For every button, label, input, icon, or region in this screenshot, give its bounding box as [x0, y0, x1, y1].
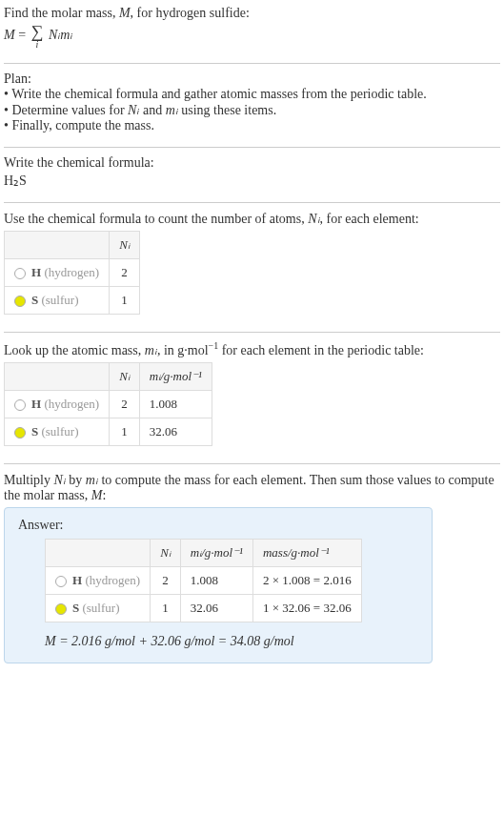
- divider: [4, 147, 500, 148]
- plan-bullet-2: • Determine values for Nᵢ and mᵢ using t…: [4, 102, 500, 118]
- empty-header: [5, 362, 110, 390]
- empty-header: [46, 539, 151, 566]
- eq-term: Nᵢmᵢ: [49, 28, 72, 42]
- divider: [4, 463, 500, 464]
- formula-value: H₂S: [4, 173, 500, 189]
- sigma-icon: ∑i: [31, 23, 44, 50]
- divider: [4, 332, 500, 333]
- count-title: Use the chemical formula to count the nu…: [4, 211, 500, 227]
- table-header-row: Nᵢ mᵢ/g·mol⁻¹ mass/g·mol⁻¹: [46, 539, 362, 566]
- cell-n: 1: [110, 287, 140, 315]
- sulfur-icon: [14, 424, 31, 439]
- var-M: M: [119, 6, 131, 20]
- plan-section: Plan: • Write the chemical formula and g…: [4, 70, 500, 141]
- multiply-section: Multiply Nᵢ by mᵢ to compute the mass fo…: [4, 470, 500, 671]
- lookup-title: Look up the atomic mass, mᵢ, in g·mol−1 …: [4, 340, 500, 358]
- answer-box: Answer: Nᵢ mᵢ/g·mol⁻¹ mass/g·mol⁻¹ H (hy…: [4, 507, 433, 663]
- table-row: H (hydrogen) 2: [5, 259, 140, 287]
- divider: [4, 202, 500, 203]
- cell-n: 2: [110, 259, 140, 287]
- lookup-table: Nᵢ mᵢ/g·mol⁻¹ H (hydrogen) 2 1.008 S (su…: [4, 362, 212, 446]
- intro-text2: , for hydrogen sulfide:: [131, 6, 250, 20]
- empty-header: [5, 232, 110, 259]
- plan-bullet-1: • Write the chemical formula and gather …: [4, 87, 500, 102]
- table-row: H (hydrogen) 2 1.008 2 × 1.008 = 2.016: [46, 566, 362, 594]
- hydrogen-icon: [14, 397, 31, 411]
- formula-title: Write the chemical formula:: [4, 155, 500, 171]
- plan-title: Plan:: [4, 71, 500, 87]
- header-mass: mass/g·mol⁻¹: [252, 539, 361, 566]
- eq-M: M: [4, 28, 15, 42]
- header-n: Nᵢ: [110, 362, 140, 390]
- formula-section: Write the chemical formula: H₂S: [4, 153, 500, 196]
- count-section: Use the chemical formula to count the nu…: [4, 209, 500, 326]
- plan-bullet-3: • Finally, compute the mass.: [4, 118, 500, 133]
- header-m: mᵢ/g·mol⁻¹: [139, 362, 212, 390]
- multiply-title: Multiply Nᵢ by mᵢ to compute the mass fo…: [4, 472, 500, 503]
- answer-table: Nᵢ mᵢ/g·mol⁻¹ mass/g·mol⁻¹ H (hydrogen) …: [45, 539, 362, 622]
- intro-text: Find the molar mass,: [4, 6, 119, 20]
- table-header-row: Nᵢ: [5, 232, 140, 259]
- divider: [4, 63, 500, 64]
- sulfur-icon: [55, 601, 72, 615]
- eq-eq: =: [15, 28, 30, 42]
- table-row: S (sulfur) 1: [5, 287, 140, 315]
- header-m: mᵢ/g·mol⁻¹: [180, 539, 252, 566]
- hydrogen-icon: [55, 573, 72, 587]
- hydrogen-icon: [14, 265, 31, 279]
- table-row: S (sulfur) 1 32.06 1 × 32.06 = 32.06: [46, 594, 362, 622]
- count-table: Nᵢ H (hydrogen) 2 S (sulfur) 1: [4, 231, 140, 315]
- sulfur-icon: [14, 293, 31, 307]
- intro-line: Find the molar mass, M, for hydrogen sul…: [4, 6, 500, 21]
- header-n: Nᵢ: [151, 539, 181, 566]
- table-row: H (hydrogen) 2 1.008: [5, 390, 212, 418]
- header-n: Nᵢ: [110, 232, 140, 259]
- equation: M = ∑i Nᵢmᵢ: [4, 23, 500, 50]
- answer-label: Answer:: [18, 518, 418, 533]
- lookup-section: Look up the atomic mass, mᵢ, in g·mol−1 …: [4, 338, 500, 458]
- final-answer: M = 2.016 g/mol + 32.06 g/mol = 34.08 g/…: [45, 634, 418, 649]
- table-header-row: Nᵢ mᵢ/g·mol⁻¹: [5, 362, 212, 390]
- table-row: S (sulfur) 1 32.06: [5, 418, 212, 445]
- intro-section: Find the molar mass, M, for hydrogen sul…: [4, 4, 500, 57]
